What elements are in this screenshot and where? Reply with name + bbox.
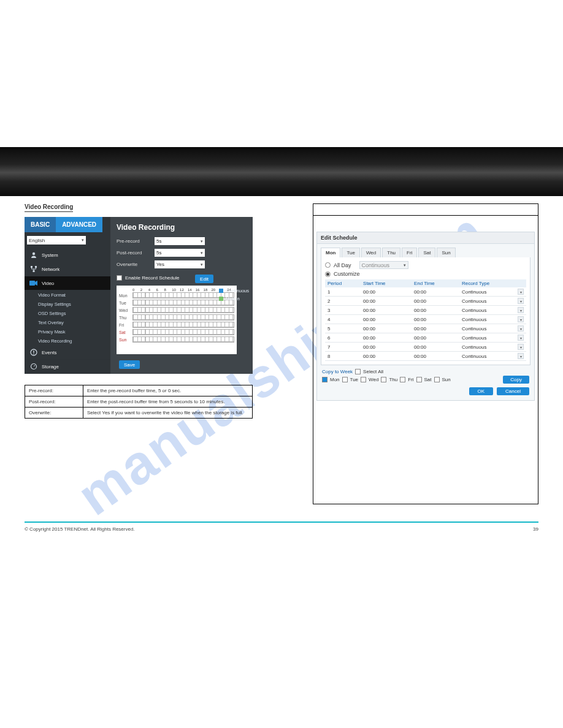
app-screenshot: BASIC ADVANCED English ▾ System bbox=[25, 217, 253, 374]
sidebar-label: System bbox=[42, 252, 58, 258]
table-row: 800:0000:00Continuous▾ bbox=[325, 352, 526, 361]
sidebar-item-storage[interactable]: Storage bbox=[25, 360, 110, 374]
alert-icon bbox=[29, 349, 38, 356]
copy-sat-checkbox[interactable] bbox=[416, 377, 422, 382]
end-time-field[interactable]: 00:00 bbox=[412, 306, 459, 315]
end-time-field[interactable]: 00:00 bbox=[412, 324, 459, 333]
chevron-down-icon[interactable]: ▾ bbox=[518, 353, 524, 359]
language-select[interactable]: English ▾ bbox=[27, 236, 86, 245]
start-time-field[interactable]: 00:00 bbox=[361, 315, 412, 324]
chevron-down-icon[interactable]: ▾ bbox=[518, 335, 524, 341]
param-name: Post-record: bbox=[25, 396, 83, 408]
grid-sat[interactable] bbox=[132, 329, 234, 335]
prerecord-label: Pre-record bbox=[117, 238, 148, 244]
chevron-down-icon[interactable]: ▾ bbox=[518, 298, 524, 304]
end-time-field[interactable]: 00:00 bbox=[412, 352, 459, 361]
start-time-field[interactable]: 00:00 bbox=[361, 352, 412, 361]
postrecord-label: Post-record bbox=[117, 250, 148, 256]
grid-wed[interactable] bbox=[132, 307, 234, 313]
edit-schedule-panel: Edit Schedule Mon Tue Wed Thu Fri Sat Su… bbox=[316, 232, 535, 401]
edit-title: Edit Schedule bbox=[317, 232, 534, 244]
end-time-field[interactable]: 00:00 bbox=[412, 315, 459, 324]
record-type-value: Continuous bbox=[462, 317, 486, 322]
daytab-sat[interactable]: Sat bbox=[418, 248, 435, 257]
copy-wed-checkbox[interactable] bbox=[361, 377, 366, 382]
start-time-field[interactable]: 00:00 bbox=[361, 324, 412, 333]
period-num: 5 bbox=[325, 324, 361, 333]
grid-fri[interactable] bbox=[132, 322, 234, 328]
copy-tue-checkbox[interactable] bbox=[342, 377, 348, 382]
sidebar-item-events[interactable]: Events bbox=[25, 346, 110, 360]
copy-sun-checkbox[interactable] bbox=[434, 377, 440, 382]
copy-thu-checkbox[interactable] bbox=[381, 377, 386, 382]
tab-basic[interactable]: BASIC bbox=[25, 217, 56, 232]
sidebar-label: Network bbox=[42, 267, 59, 272]
customize-radio[interactable] bbox=[325, 271, 331, 277]
daytab-mon[interactable]: Mon bbox=[321, 248, 340, 257]
tab-advanced[interactable]: ADVANCED bbox=[56, 217, 102, 232]
sub-display-settings[interactable]: Display Settings bbox=[25, 300, 110, 309]
copy-button[interactable]: Copy bbox=[503, 376, 529, 384]
period-num: 3 bbox=[325, 306, 361, 315]
chevron-down-icon: ▾ bbox=[404, 263, 406, 268]
sidebar-label: Storage bbox=[42, 364, 59, 370]
sub-video-format[interactable]: Video Format bbox=[25, 290, 110, 300]
chevron-down-icon[interactable]: ▾ bbox=[518, 325, 524, 332]
sidebar-item-video[interactable]: Video bbox=[25, 276, 110, 290]
sub-osd-settings[interactable]: OSD Settings bbox=[25, 309, 110, 318]
prerecord-value: 5s bbox=[156, 238, 161, 244]
sub-privacy-mask[interactable]: Privacy Mask bbox=[25, 327, 110, 336]
record-type-value: Continuous bbox=[462, 298, 486, 304]
end-time-field[interactable]: 00:00 bbox=[412, 333, 459, 343]
end-time-field[interactable]: 00:00 bbox=[412, 297, 459, 306]
chevron-down-icon[interactable]: ▾ bbox=[518, 289, 524, 295]
select-all-checkbox[interactable] bbox=[355, 369, 361, 374]
grid-thu[interactable] bbox=[132, 314, 234, 320]
left-column: Video Recording BASIC ADVANCED English ▾… bbox=[25, 203, 282, 504]
sidebar-item-network[interactable]: Network bbox=[25, 262, 110, 276]
prerecord-select[interactable]: 5s▾ bbox=[155, 237, 205, 245]
copy-fri-checkbox[interactable] bbox=[400, 377, 405, 382]
daytab-tue[interactable]: Tue bbox=[342, 248, 360, 257]
copy-to-week-label: Copy to Week bbox=[322, 369, 353, 374]
section-heading: Video Recording bbox=[25, 203, 73, 212]
sidebar-label: Events bbox=[42, 350, 56, 355]
chevron-down-icon[interactable]: ▾ bbox=[518, 316, 524, 322]
chevron-down-icon[interactable]: ▾ bbox=[518, 307, 524, 313]
daytab-thu[interactable]: Thu bbox=[382, 248, 400, 257]
sub-video-recording[interactable]: Video Recording bbox=[25, 336, 110, 346]
cancel-button[interactable]: Cancel bbox=[497, 387, 529, 395]
sub-text-overlay[interactable]: Text Overlay bbox=[25, 318, 110, 327]
start-time-field[interactable]: 00:00 bbox=[361, 297, 412, 306]
customize-label: Customize bbox=[334, 271, 360, 277]
record-type-value: Continuous bbox=[462, 344, 486, 350]
svg-rect-2 bbox=[35, 266, 37, 268]
chevron-down-icon: ▾ bbox=[201, 262, 203, 267]
th-period: Period bbox=[325, 279, 361, 287]
daytab-wed[interactable]: Wed bbox=[361, 248, 381, 257]
start-time-field[interactable]: 00:00 bbox=[361, 343, 412, 352]
start-time-field[interactable]: 00:00 bbox=[361, 333, 412, 343]
sidebar-item-system[interactable]: System bbox=[25, 248, 110, 262]
svg-point-0 bbox=[33, 252, 35, 255]
copy-to-week-row: Copy to Week Select All bbox=[322, 369, 529, 374]
edit-button[interactable]: Edit bbox=[195, 275, 213, 283]
right-column: Edit Schedule Mon Tue Wed Thu Fri Sat Su… bbox=[282, 203, 538, 504]
enable-schedule-checkbox[interactable] bbox=[117, 275, 122, 281]
start-time-field[interactable]: 00:00 bbox=[361, 306, 412, 315]
postrecord-select[interactable]: 5s▾ bbox=[155, 249, 205, 257]
ok-button[interactable]: OK bbox=[469, 387, 494, 395]
save-button[interactable]: Save bbox=[119, 360, 140, 369]
daytab-fri[interactable]: Fri bbox=[402, 248, 417, 257]
overwrite-select[interactable]: Yes▾ bbox=[155, 260, 205, 268]
record-type-value: Continuous bbox=[462, 335, 486, 341]
copy-mon-checkbox[interactable] bbox=[322, 377, 327, 382]
end-time-field[interactable]: 00:00 bbox=[412, 287, 459, 297]
grid-sun[interactable] bbox=[132, 336, 234, 343]
start-time-field[interactable]: 00:00 bbox=[361, 287, 412, 297]
allday-radio[interactable] bbox=[325, 262, 331, 268]
end-time-field[interactable]: 00:00 bbox=[412, 343, 459, 352]
daytab-sun[interactable]: Sun bbox=[437, 248, 455, 257]
chevron-down-icon[interactable]: ▾ bbox=[518, 344, 524, 350]
allday-type-select[interactable]: Continuous▾ bbox=[359, 261, 408, 269]
